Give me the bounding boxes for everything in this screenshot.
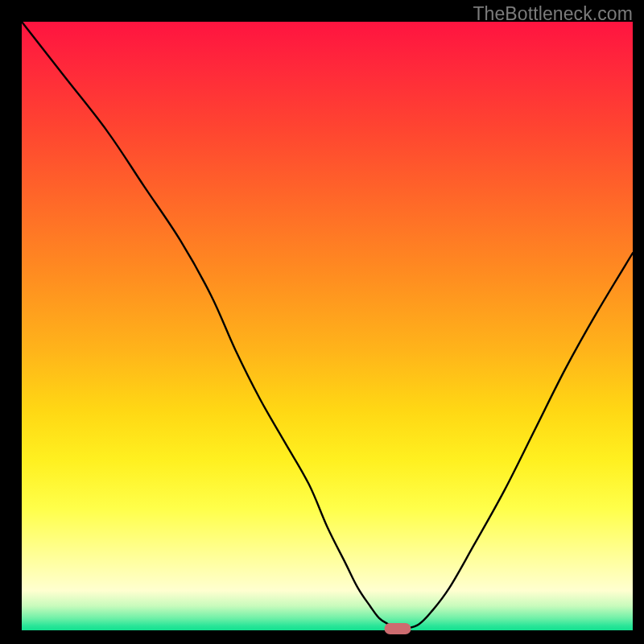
chart-frame: TheBottleneck.com bbox=[0, 0, 644, 644]
watermark-text: TheBottleneck.com bbox=[473, 3, 633, 25]
bottleneck-curve bbox=[22, 22, 633, 630]
plot-area bbox=[22, 22, 633, 630]
optimum-marker bbox=[384, 623, 411, 634]
